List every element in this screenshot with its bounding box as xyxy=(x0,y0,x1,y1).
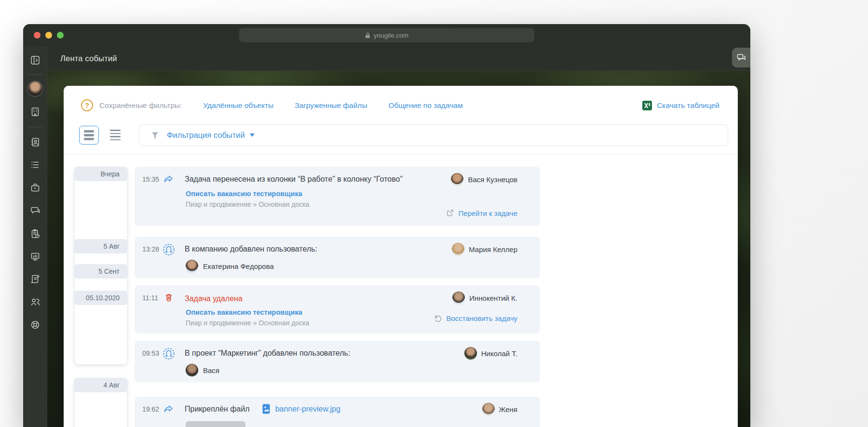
event-time: 09:53 xyxy=(142,349,163,357)
date-chip: Вчера xyxy=(74,167,128,181)
help-lifebuoy-icon xyxy=(30,320,41,330)
sidebar-item-company[interactable] xyxy=(27,105,43,119)
date-chip: 05.10.2020 xyxy=(74,291,128,305)
main-area: Лента событий ? Сохранённые фильтры: Уда… xyxy=(47,46,750,427)
lock-icon xyxy=(365,32,370,39)
event-cards-column: 15:35 Задача перенесена из колонки “В ра… xyxy=(135,167,540,427)
clipboard-clock-icon xyxy=(30,228,41,239)
restore-task-link[interactable]: Восстановить задачу xyxy=(433,314,517,323)
sidebar-divider xyxy=(28,74,42,75)
saved-filter-uploaded-files[interactable]: Загруженные файлы xyxy=(295,101,367,110)
sidebar-item-planner[interactable] xyxy=(27,227,43,241)
share-arrow-icon xyxy=(163,173,175,185)
app-header: Лента событий xyxy=(47,46,750,71)
saved-filters-row: ? Сохранённые фильтры: Удалённые объекты… xyxy=(64,99,738,112)
event-actor: Женя xyxy=(482,403,530,415)
toolbar-row: Фильтрация событий xyxy=(64,124,738,146)
minimize-window-button[interactable] xyxy=(45,32,52,39)
browser-window: yougile.com xyxy=(23,24,750,427)
saved-filter-deleted-objects[interactable]: Удалённые объекты xyxy=(203,101,273,110)
event-card-user-added-project: 09:53 В проект “Маркетинг” добавлен поль… xyxy=(135,341,540,382)
subject-name: Вася xyxy=(203,366,219,374)
building-icon xyxy=(30,107,41,117)
actor-name: Иннокентий К. xyxy=(469,294,517,302)
event-card-task-deleted: 11:11 Задача удалена Иннокентий К. xyxy=(135,285,540,334)
file-image-icon xyxy=(261,403,271,414)
event-actor: Николай Т. xyxy=(464,347,530,360)
sidebar-item-dashboard[interactable] xyxy=(27,249,43,264)
event-actor: Мария Келлер xyxy=(452,243,530,255)
task-list-icon xyxy=(30,160,41,170)
excel-icon xyxy=(642,101,652,110)
user-added-icon xyxy=(163,347,175,360)
sidebar-item-employees[interactable] xyxy=(27,294,43,309)
event-time: 19:62 xyxy=(142,405,163,413)
page-title: Лента событий xyxy=(47,54,117,63)
zoom-window-button[interactable] xyxy=(57,32,64,39)
sidebar-item-chats[interactable] xyxy=(27,203,43,218)
chat-tab-icon xyxy=(736,53,746,62)
saved-filters-label: Сохранённые фильтры: xyxy=(99,101,182,110)
trash-icon xyxy=(163,292,175,303)
scroll-document-icon xyxy=(30,274,41,284)
event-feed-panel: ? Сохранённые фильтры: Удалённые объекты… xyxy=(64,86,738,427)
url-bar[interactable]: yougile.com xyxy=(239,28,534,42)
saved-filter-task-communication[interactable]: Общение по задачам xyxy=(389,101,463,110)
url-text: yougile.com xyxy=(374,32,408,39)
avatar xyxy=(186,260,198,272)
restore-task-label: Восстановить задачу xyxy=(446,314,517,322)
board-path: Пиар и продвижение » Основная доска xyxy=(186,200,530,208)
panel-toggle-icon xyxy=(30,55,41,66)
avatar xyxy=(482,403,495,415)
event-title: Задача перенесена из колонки “В работе” … xyxy=(185,173,403,185)
avatar xyxy=(452,292,465,304)
support-chat-tab-button[interactable] xyxy=(732,48,750,67)
user-added-icon xyxy=(163,243,175,256)
sidebar-item-tasks[interactable] xyxy=(27,158,43,172)
event-actor: Вася Кузнецов xyxy=(451,173,530,186)
download-table-button[interactable]: Скачать таблицей xyxy=(642,101,719,110)
card-view-toggle[interactable] xyxy=(79,126,99,145)
actor-name: Мария Келлер xyxy=(469,245,517,254)
briefcase-icon xyxy=(30,182,41,193)
sidebar-item-support[interactable] xyxy=(27,318,43,332)
contact-book-icon xyxy=(30,137,41,147)
sidebar xyxy=(23,46,47,427)
events-area: Вчера 5 Авг 5 Сент 05.10.2020 4 Авг xyxy=(64,155,738,427)
avatar xyxy=(464,347,477,360)
event-time: 13:28 xyxy=(142,245,163,253)
event-filter-dropdown[interactable]: Фильтрация событий xyxy=(139,124,728,146)
browser-titlebar: yougile.com xyxy=(23,24,750,46)
sidebar-item-reports[interactable] xyxy=(27,272,43,286)
event-card-file-attached: 19:62 Прикреплён файл banner-preview.jpg xyxy=(135,397,540,427)
actor-name: Женя xyxy=(499,405,517,414)
event-subject: Екатерина Федорова xyxy=(186,260,530,272)
content-backdrop: ? Сохранённые фильтры: Удалённые объекты… xyxy=(47,71,750,427)
event-filter-label: Фильтрация событий xyxy=(167,131,245,140)
collapse-sidebar-button[interactable] xyxy=(27,53,43,67)
event-title: Прикреплён файл xyxy=(185,403,250,414)
go-to-task-link[interactable]: Перейти к задаче xyxy=(446,209,517,217)
file-link[interactable]: banner-preview.jpg xyxy=(275,405,340,414)
image-thumbnail-placeholder[interactable] xyxy=(186,421,245,427)
download-table-label: Скачать таблицей xyxy=(657,101,719,110)
user-avatar-button[interactable] xyxy=(28,81,42,96)
help-question-icon[interactable]: ? xyxy=(81,99,93,111)
sidebar-item-contacts[interactable] xyxy=(27,135,43,149)
avatar xyxy=(452,243,464,255)
restore-icon xyxy=(433,314,442,323)
event-title: В проект “Маркетинг” добавлен пользовате… xyxy=(185,347,350,359)
people-icon xyxy=(30,296,41,307)
task-link[interactable]: Описать вакансию тестировщика xyxy=(186,308,302,316)
traffic-lights xyxy=(34,32,64,39)
share-arrow-icon xyxy=(163,403,175,415)
avatar xyxy=(186,364,198,376)
list-view-toggle[interactable] xyxy=(105,126,125,145)
task-link[interactable]: Описать вакансию тестировщика xyxy=(186,190,302,198)
monitor-stats-icon xyxy=(30,251,41,262)
event-time: 15:35 xyxy=(142,175,163,183)
event-card-task-moved: 15:35 Задача перенесена из колонки “В ра… xyxy=(135,167,540,226)
attached-file: banner-preview.jpg xyxy=(261,403,340,414)
close-window-button[interactable] xyxy=(34,32,41,39)
sidebar-item-projects[interactable] xyxy=(27,180,43,195)
